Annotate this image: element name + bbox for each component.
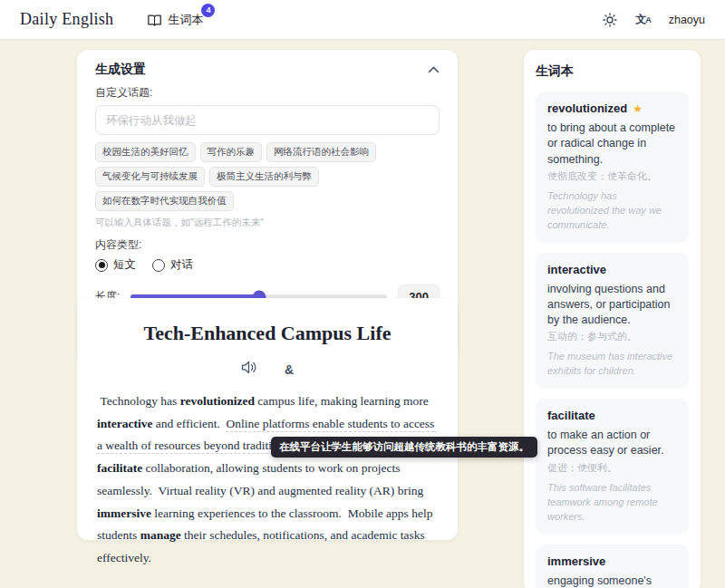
vocab-example: This software facilitates teamwork among… bbox=[547, 481, 677, 525]
nav-wordbook-button[interactable]: 生词本 4 bbox=[148, 12, 203, 28]
star-icon[interactable]: ★ bbox=[633, 103, 643, 114]
article-text-segment: collaboration, allowing students to work… bbox=[97, 461, 427, 497]
radio-icon bbox=[95, 259, 108, 272]
article-text-segment: interactive bbox=[97, 417, 152, 430]
sun-icon bbox=[603, 13, 617, 27]
sentence-translation-tooltip: 在线平台让学生能够访问超越传统教科书的丰富资源。 bbox=[271, 437, 537, 458]
topic-input[interactable] bbox=[95, 105, 440, 135]
article-text-segment: campus life, making learning more bbox=[255, 394, 431, 408]
theme-toggle-button[interactable] bbox=[603, 13, 617, 27]
article-body: Technology has revolutionized campus lif… bbox=[97, 390, 438, 570]
app-header: Daily English 生词本 4 文A zhaoyu bbox=[0, 0, 725, 40]
app-logo: Daily English bbox=[20, 10, 113, 29]
vocab-definition: to bring about a complete or radical cha… bbox=[547, 120, 677, 168]
topic-tag-list: 校园生活的美好回忆写作的乐趣网络流行语的社会影响气候变化与可持续发展极简主义生活… bbox=[95, 142, 440, 211]
vocab-word: immersive bbox=[547, 554, 605, 568]
radio-label: 对话 bbox=[170, 257, 193, 273]
vocab-definition: to make an action or process easy or eas… bbox=[547, 428, 677, 459]
article-text-segment: immersive bbox=[97, 506, 151, 520]
vocab-word-row: revolutionized★ bbox=[547, 101, 677, 115]
vocab-chinese: 互动的；参与式的。 bbox=[547, 330, 677, 343]
vocab-chinese: 促进；使便利。 bbox=[547, 461, 677, 475]
collapse-chevron-up-icon[interactable] bbox=[428, 66, 440, 73]
vocab-card[interactable]: facilitateto make an action or process e… bbox=[536, 399, 689, 534]
topic-tag-chip[interactable]: 气候变化与可持续发展 bbox=[95, 167, 205, 187]
radio-label: 短文 bbox=[113, 257, 136, 273]
vocab-card[interactable]: interactiveinvolving questions and answe… bbox=[536, 253, 689, 390]
radio-icon bbox=[152, 259, 165, 272]
topic-hint: 可以输入具体话题，如"远程工作的未来" bbox=[95, 217, 440, 229]
vocab-word-row: facilitate bbox=[547, 409, 677, 422]
article-text-segment: Technology has bbox=[97, 394, 180, 408]
content-type-radio[interactable]: 短文 bbox=[95, 257, 136, 273]
vocab-word: facilitate bbox=[547, 409, 595, 422]
vocab-word-row: interactive bbox=[547, 263, 677, 276]
article-text-segment: manage bbox=[140, 528, 181, 542]
topic-tag-chip[interactable]: 写作的乐趣 bbox=[200, 142, 263, 162]
vocab-list: revolutionized★to bring about a complete… bbox=[536, 92, 689, 588]
nav-wordbook-label: 生词本 bbox=[168, 12, 203, 28]
settings-title: 生成设置 bbox=[95, 62, 146, 78]
wordbook-count-badge: 4 bbox=[201, 4, 215, 17]
topic-label: 自定义话题: bbox=[95, 85, 440, 101]
content-type-radio-group: 短文对话 bbox=[95, 257, 440, 273]
speaker-icon[interactable] bbox=[241, 361, 257, 378]
book-icon bbox=[148, 14, 162, 26]
content-type-label: 内容类型: bbox=[95, 237, 440, 253]
article-text-segment: facilitate bbox=[97, 461, 142, 475]
translate-icon[interactable]: 文A bbox=[635, 12, 651, 27]
content-type-radio[interactable]: 对话 bbox=[152, 257, 193, 273]
vocab-word-row: immersive bbox=[547, 554, 677, 568]
vocab-example: Technology has revolutionized the way we… bbox=[547, 189, 677, 233]
annotation-toggle-icon[interactable]: & bbox=[285, 362, 294, 377]
vocab-example: The museum has interactive exhibits for … bbox=[547, 350, 677, 379]
vocab-word: interactive bbox=[547, 263, 606, 276]
wordbook-sidebar: 生词本 revolutionized★to bring about a comp… bbox=[524, 50, 701, 588]
article-text-segment: and efficient. bbox=[152, 417, 226, 430]
vocab-chinese: 使彻底改变；使革命化。 bbox=[547, 169, 677, 183]
vocab-card[interactable]: revolutionized★to bring about a complete… bbox=[536, 92, 689, 243]
vocab-card[interactable]: immersiveengaging someone's interest com… bbox=[536, 545, 689, 588]
vocab-definition: engaging someone's interest completely; … bbox=[547, 574, 677, 588]
vocab-word: revolutionized bbox=[547, 101, 627, 115]
article-title: Tech-Enhanced Campus Life bbox=[97, 322, 438, 345]
topic-tag-chip[interactable]: 校园生活的美好回忆 bbox=[95, 142, 196, 162]
topic-tag-chip[interactable]: 极简主义生活的利与弊 bbox=[209, 167, 319, 187]
username-label: zhaoyu bbox=[669, 14, 705, 26]
vocab-definition: involving questions and answers, or part… bbox=[547, 282, 677, 329]
article-text-segment: revolutionized bbox=[180, 394, 255, 408]
article-card: Tech-Enhanced Campus Life & Technology h… bbox=[77, 298, 458, 540]
topic-tag-chip[interactable]: 如何在数字时代实现自我价值 bbox=[95, 191, 234, 211]
topic-tag-chip[interactable]: 网络流行语的社会影响 bbox=[266, 142, 376, 162]
wordbook-title: 生词本 bbox=[536, 63, 689, 80]
